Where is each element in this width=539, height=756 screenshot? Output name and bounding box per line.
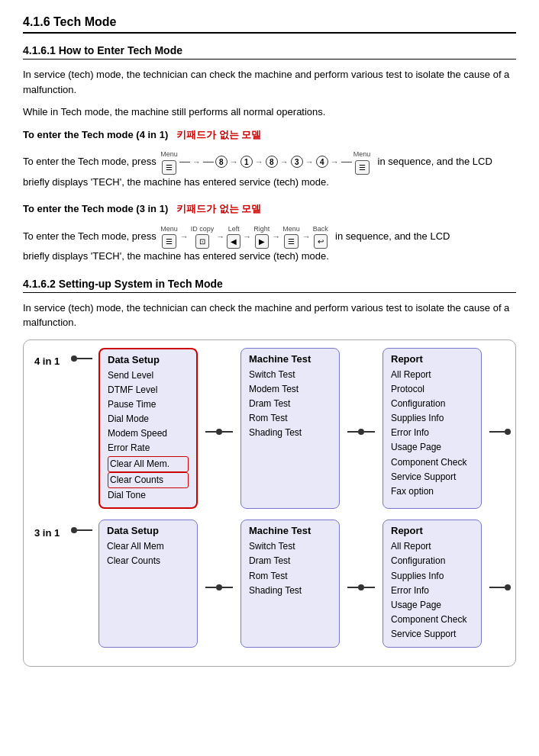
section2-title: 4.1.6.2 Setting-up System in Tech Mode bbox=[23, 278, 516, 293]
box-title-3in1-machine-test: Machine Test bbox=[249, 525, 331, 536]
entry-3in1-block: To enter the Tech mode (3 in 1) 키패드가 없는 … bbox=[23, 201, 516, 264]
box-title-4in1-report: Report bbox=[391, 353, 473, 365]
section1-para2: While in Tech mode, the machine still pe… bbox=[23, 105, 516, 120]
box-4in1-data-setup: Data Setup Send Level DTMF Level Pause T… bbox=[98, 348, 198, 510]
section-2-block: 4.1.6.2 Setting-up System in Tech Mode I… bbox=[23, 278, 516, 667]
section2-para1: In service (tech) mode, the technician c… bbox=[23, 301, 516, 330]
item-supplies-info-4in1: Supplies Info bbox=[391, 411, 473, 426]
entry-4in1-label: To enter the Tech mode (4 in 1) bbox=[23, 129, 168, 140]
item-switch-test-4in1: Switch Test bbox=[249, 368, 331, 382]
item-dial-tone: Dial Tone bbox=[108, 488, 189, 503]
connector-3in1-right bbox=[489, 520, 511, 647]
key-sequence-3in1: Menu ☰ → ID copy ⊡ → Left ◀ → Right ▶ bbox=[160, 224, 328, 249]
item-error-info-3in1: Error Info bbox=[391, 584, 473, 598]
entry-4in1-korean: 키패드가 없는 모델 bbox=[176, 129, 261, 140]
item-rom-test-3in1: Rom Test bbox=[249, 569, 331, 584]
item-error-info-4in1: Error Info bbox=[391, 426, 473, 440]
box-title-4in1-machine-test: Machine Test bbox=[249, 353, 331, 365]
entry-3in1-desc: To enter the Tech mode, press Menu ☰ → I… bbox=[23, 224, 516, 264]
section-1-block: 4.1.6.1 How to Enter Tech Mode In servic… bbox=[23, 44, 516, 264]
diagram-container: 4 in 1 Data Setup Send Level DTMF Level … bbox=[23, 339, 516, 667]
item-fax-option-4in1: Fax option bbox=[391, 484, 473, 499]
item-usage-page-4in1: Usage Page bbox=[391, 440, 473, 455]
boxes-4in1: Data Setup Send Level DTMF Level Pause T… bbox=[98, 348, 511, 510]
item-modem-test-4in1: Modem Test bbox=[249, 382, 331, 397]
conn-3in1-2 bbox=[347, 520, 375, 647]
section1-para1: In service (tech) mode, the technician c… bbox=[23, 67, 516, 97]
item-pause-time: Pause Time bbox=[108, 397, 189, 412]
entry-4in1-block: To enter the Tech mode (4 in 1) 키패드가 없는 … bbox=[23, 127, 516, 190]
conn-4in1-2 bbox=[347, 348, 375, 510]
item-clear-all-mem-3in1: Clear All Mem bbox=[107, 539, 189, 554]
conn-4in1-1 bbox=[205, 348, 233, 510]
key-sequence-4in1: Menu ☰ → 8 → 1 → 8 → 3 → 4 → bbox=[160, 150, 370, 175]
entry-3in1-korean: 키패드가 없는 모델 bbox=[176, 203, 261, 214]
item-service-support-3in1: Service Support bbox=[391, 627, 473, 642]
box-title-4in1-data-setup: Data Setup bbox=[108, 354, 189, 365]
item-dram-test-3in1: Dram Test bbox=[249, 554, 331, 568]
box-4in1-report: Report All Report Protocol Configuration… bbox=[382, 348, 482, 510]
item-component-check-3in1: Component Check bbox=[391, 613, 473, 627]
conn-3in1-1 bbox=[205, 520, 233, 647]
item-supplies-info-3in1: Supplies Info bbox=[391, 569, 473, 584]
item-shading-test-3in1: Shading Test bbox=[249, 584, 331, 598]
item-configuration-3in1: Configuration bbox=[391, 554, 473, 568]
connector-4in1-right bbox=[489, 348, 511, 510]
item-usage-page-3in1: Usage Page bbox=[391, 598, 473, 613]
item-protocol-4in1: Protocol bbox=[391, 382, 473, 397]
item-clear-counts: Clear Counts bbox=[108, 472, 189, 488]
item-error-rate: Error Rate bbox=[108, 441, 189, 455]
row-label-3in1: 3 in 1 bbox=[34, 520, 65, 539]
item-component-check-4in1: Component Check bbox=[391, 455, 473, 470]
box-3in1-report: Report All Report Configuration Supplies… bbox=[382, 520, 482, 647]
item-shading-test-4in1: Shading Test bbox=[249, 426, 331, 440]
item-switch-test-3in1: Switch Test bbox=[249, 539, 331, 554]
item-rom-test-4in1: Rom Test bbox=[249, 411, 331, 426]
entry-4in1-desc: To enter the Tech mode, press Menu ☰ → 8… bbox=[23, 150, 516, 189]
item-all-report-4in1: All Report bbox=[391, 368, 473, 382]
boxes-3in1: Data Setup Clear All Mem Clear Counts Ma… bbox=[98, 520, 511, 647]
box-4in1-machine-test: Machine Test Switch Test Modem Test Dram… bbox=[240, 348, 340, 510]
box-title-3in1-data-setup: Data Setup bbox=[107, 525, 189, 536]
main-title: 4.1.6 Tech Mode bbox=[23, 15, 516, 34]
item-clear-all-mem: Clear All Mem. bbox=[108, 456, 189, 472]
item-dial-mode: Dial Mode bbox=[108, 412, 189, 426]
section1-title: 4.1.6.1 How to Enter Tech Mode bbox=[23, 44, 516, 60]
diagram-row-3in1: 3 in 1 Data Setup Clear All Mem Clear Co… bbox=[34, 520, 505, 647]
item-all-report-3in1: All Report bbox=[391, 539, 473, 554]
item-send-level: Send Level bbox=[108, 368, 189, 383]
entry-3in1-label: To enter the Tech mode (3 in 1) bbox=[23, 203, 168, 214]
item-clear-counts-3in1: Clear Counts bbox=[107, 554, 189, 568]
box-3in1-machine-test: Machine Test Switch Test Dram Test Rom T… bbox=[240, 520, 340, 647]
item-service-support-4in1: Service Support bbox=[391, 470, 473, 484]
item-configuration-4in1: Configuration bbox=[391, 397, 473, 411]
row-label-4in1: 4 in 1 bbox=[34, 348, 65, 367]
box-3in1-data-setup: Data Setup Clear All Mem Clear Counts bbox=[98, 520, 198, 647]
item-dtmf-level: DTMF Level bbox=[108, 383, 189, 397]
diagram-row-4in1: 4 in 1 Data Setup Send Level DTMF Level … bbox=[34, 348, 505, 510]
box-title-3in1-report: Report bbox=[391, 525, 473, 536]
item-modem-speed: Modem Speed bbox=[108, 426, 189, 441]
connector-3in1 bbox=[71, 520, 92, 533]
item-dram-test-4in1: Dram Test bbox=[249, 397, 331, 411]
connector-4in1 bbox=[71, 348, 92, 362]
